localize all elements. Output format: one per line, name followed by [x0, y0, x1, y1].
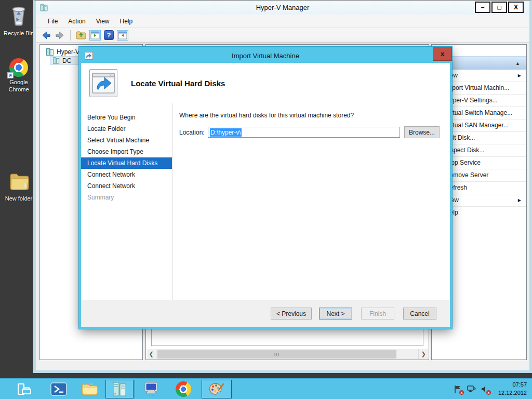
error-badge-icon: x: [459, 390, 464, 395]
step-select-virtual-machine[interactable]: Select Virtual Machine: [81, 135, 172, 146]
scroll-right-icon[interactable]: ❯: [418, 349, 428, 359]
menu-help[interactable]: Help: [115, 16, 138, 27]
toolbar-separator: [70, 30, 71, 41]
taskbar-hyperv-manager-active[interactable]: [105, 380, 134, 398]
action-center-flag-icon[interactable]: x: [454, 385, 462, 394]
taskbar-paint[interactable]: [202, 380, 232, 398]
taskbar-separator: [135, 380, 135, 398]
forward-button[interactable]: [55, 30, 65, 41]
help-icon: ?: [107, 31, 111, 39]
powershell-icon: [50, 382, 67, 396]
menu-bar: File Action View Help: [36, 15, 529, 28]
hyper-v-icon: [112, 381, 127, 397]
submenu-arrow-icon: ▶: [518, 70, 521, 82]
desktop-icon-google-chrome[interactable]: Google Chrome: [0, 58, 37, 94]
server-manager-icon: [17, 382, 32, 396]
close-button[interactable]: X: [508, 2, 524, 13]
window-titlebar[interactable]: Hyper-V Manager – ▢ X: [36, 1, 529, 15]
import-wizard-icon: [85, 52, 93, 60]
taskbar-chrome[interactable]: [169, 380, 197, 398]
dialog-titlebar[interactable]: Import Virtual Machine x: [81, 49, 450, 63]
dialog-title: Import Virtual Machine: [81, 52, 450, 60]
taskbar-server-manager[interactable]: [10, 380, 38, 398]
wizard-steps: Before You Begin Locate Folder Select Vi…: [81, 103, 172, 300]
taskbar-vm-connection[interactable]: [137, 380, 165, 398]
taskbar-file-explorer[interactable]: [76, 380, 104, 398]
desktop-icon-label: New folder: [0, 195, 37, 202]
folder-icon: [7, 171, 30, 192]
close-icon: x: [441, 50, 444, 58]
help-button[interactable]: ?: [104, 30, 114, 40]
hyper-v-app-icon: [40, 4, 48, 12]
import-virtual-machine-dialog: Import Virtual Machine x Locate Virtual …: [79, 47, 452, 329]
window-title: Hyper-V Manager: [36, 4, 529, 11]
location-input[interactable]: D:\hyper-v\: [208, 127, 400, 138]
network-status-icon[interactable]: [467, 385, 476, 394]
minimize-button[interactable]: –: [475, 2, 490, 13]
step-before-you-begin[interactable]: Before You Begin: [81, 112, 172, 123]
show-action-pane-button[interactable]: [117, 30, 128, 41]
volume-muted-icon[interactable]: x: [481, 385, 489, 394]
horizontal-scrollbar[interactable]: ❮ III ❯: [147, 349, 428, 359]
desktop-icon-recycle-bin[interactable]: Recycle Bin: [0, 4, 37, 36]
browse-button[interactable]: Browse...: [404, 126, 440, 138]
vm-connection-icon: [143, 381, 159, 397]
step-connect-network-1[interactable]: Connect Network: [81, 169, 172, 180]
maximize-button[interactable]: ▢: [491, 2, 507, 13]
desktop: Recycle Bin Google Chrome New folder Hyp…: [0, 0, 532, 399]
wizard-page-heading: Locate Virtual Hard Disks: [131, 79, 225, 88]
step-connect-network-2[interactable]: Connect Network: [81, 180, 172, 192]
previous-button[interactable]: < Previous: [271, 308, 312, 320]
wizard-page-iconbox: [89, 69, 117, 97]
paint-icon: [208, 382, 225, 396]
next-button[interactable]: Next >: [319, 308, 352, 320]
tree-item-label: DC: [62, 57, 71, 64]
page-question: Where are the virtual hard disks for thi…: [179, 112, 450, 119]
dialog-close-button[interactable]: x: [433, 47, 452, 61]
locate-disks-icon: [91, 72, 115, 95]
desktop-icon-new-folder[interactable]: New folder: [0, 171, 37, 202]
taskbar-clock[interactable]: 07:57 12.12.2012: [498, 381, 527, 397]
menu-view[interactable]: View: [91, 16, 114, 27]
menu-file[interactable]: File: [43, 16, 62, 27]
export-button[interactable]: [76, 31, 86, 40]
location-label: Location:: [179, 129, 208, 136]
menu-action[interactable]: Action: [63, 16, 90, 27]
toolbar: ?: [36, 28, 529, 43]
server-stack-icon: [53, 57, 60, 64]
taskbar: x x 07:57 12.12.2012: [0, 378, 532, 399]
cancel-button[interactable]: Cancel: [403, 308, 436, 320]
finish-button[interactable]: Finish: [361, 308, 394, 320]
scrollbar-thumb[interactable]: III: [157, 350, 396, 358]
file-explorer-icon: [81, 382, 99, 396]
system-tray: x x 07:57 12.12.2012: [454, 379, 530, 399]
server-stack-icon: [46, 48, 54, 56]
shortcut-arrow-icon: [7, 72, 14, 78]
submenu-arrow-icon: ▶: [518, 194, 521, 206]
step-choose-import-type[interactable]: Choose Import Type: [81, 146, 172, 157]
chrome-icon: [9, 58, 28, 77]
clock-time: 07:57: [498, 381, 527, 389]
back-button[interactable]: [41, 30, 51, 41]
maximize-icon: ▢: [497, 5, 501, 10]
chrome-icon: [176, 381, 191, 397]
desktop-icon-label: Recycle Bin: [0, 30, 37, 36]
desktop-icon-label: Google Chrome: [0, 78, 37, 94]
dialog-header: Locate Virtual Hard Disks: [81, 63, 450, 103]
step-locate-folder[interactable]: Locate Folder: [81, 123, 172, 135]
wizard-page-content: Where are the virtual hard disks for thi…: [172, 103, 450, 300]
scroll-left-icon[interactable]: ❮: [147, 349, 156, 359]
minimize-icon: –: [481, 4, 485, 11]
clock-date: 12.12.2012: [498, 389, 527, 397]
recycle-bin-icon: [9, 4, 28, 27]
action-pane-icon: [118, 31, 127, 39]
mute-badge-icon: x: [486, 390, 491, 395]
step-summary[interactable]: Summary: [81, 192, 172, 203]
console-tree-icon: [90, 31, 100, 39]
close-icon: X: [514, 4, 518, 11]
collapse-arrow-icon: ▲: [515, 61, 520, 66]
show-console-tree-button[interactable]: [89, 30, 101, 41]
taskbar-powershell[interactable]: [45, 380, 73, 398]
step-locate-virtual-hard-disks[interactable]: Locate Virtual Hard Disks: [81, 157, 172, 169]
location-value-selected-text: D:\hyper-v\: [210, 128, 242, 137]
